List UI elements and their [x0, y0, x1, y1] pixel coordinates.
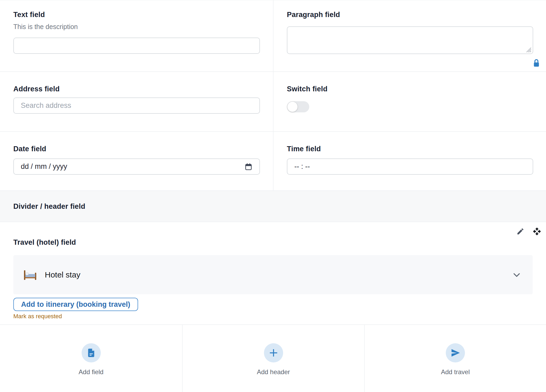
divider-header-label: Divider / header field: [13, 201, 85, 212]
plus-icon: [268, 347, 279, 359]
address-field-block: Address field: [0, 72, 273, 132]
add-field-label: Add field: [79, 368, 103, 376]
add-header-circle: [264, 343, 283, 362]
divider-header-field: Divider / header field: [0, 191, 546, 222]
add-to-itinerary-button[interactable]: Add to itinerary (booking travel): [13, 298, 138, 311]
text-field-input[interactable]: [13, 38, 260, 54]
hotel-stay-dropdown[interactable]: Hotel stay: [13, 255, 533, 294]
time-field-block: Time field -- : --: [273, 132, 546, 191]
switch-knob: [287, 102, 298, 112]
add-field-button[interactable]: Add field: [0, 325, 182, 392]
mark-as-requested-note: Mark as requested: [13, 313, 62, 320]
add-actions-band: Add field Add header Add travel: [0, 324, 546, 392]
paragraph-field-block: Paragraph field: [273, 0, 546, 72]
date-field-label: Date field: [13, 144, 260, 154]
add-travel-label: Add travel: [441, 368, 470, 376]
text-field-label: Text field: [13, 9, 260, 20]
document-icon: [86, 348, 96, 358]
bed-icon: [23, 269, 37, 281]
lock-icon: [532, 59, 540, 69]
paragraph-field-label: Paragraph field: [287, 9, 533, 20]
travel-field-label: Travel (hotel) field: [13, 237, 76, 248]
time-placeholder: -- : --: [294, 162, 310, 171]
text-field-description: This is the description: [13, 22, 260, 31]
resize-grip-icon[interactable]: [525, 47, 531, 52]
travel-field-block: Travel (hotel) field Hotel stay Add to i…: [0, 222, 546, 324]
move-icon[interactable]: [532, 227, 541, 236]
calendar-icon[interactable]: [244, 163, 252, 171]
switch-field-block: Switch field: [273, 72, 546, 132]
time-input[interactable]: -- : --: [287, 158, 533, 175]
edit-pencil-icon[interactable]: [516, 227, 525, 236]
switch-toggle[interactable]: [287, 101, 309, 112]
time-field-label: Time field: [287, 144, 533, 154]
address-field-label: Address field: [13, 84, 260, 94]
date-placeholder: dd / mm / yyyy: [21, 162, 67, 171]
chevron-down-icon[interactable]: [511, 270, 522, 280]
add-field-circle: [82, 343, 101, 362]
address-search-input[interactable]: [13, 97, 260, 114]
text-field-block: Text field This is the description: [0, 0, 273, 72]
form-builder-page: Text field This is the description Parag…: [0, 0, 546, 392]
switch-field-label: Switch field: [287, 84, 533, 94]
add-travel-circle: [446, 343, 465, 362]
date-input[interactable]: dd / mm / yyyy: [13, 158, 260, 175]
hotel-option-label: Hotel stay: [45, 270, 511, 279]
send-icon: [450, 348, 461, 358]
paragraph-field-textarea[interactable]: [287, 26, 533, 54]
add-header-label: Add header: [257, 368, 290, 376]
add-travel-button[interactable]: Add travel: [364, 325, 546, 392]
add-header-button[interactable]: Add header: [182, 325, 364, 392]
date-field-block: Date field dd / mm / yyyy: [0, 132, 273, 191]
